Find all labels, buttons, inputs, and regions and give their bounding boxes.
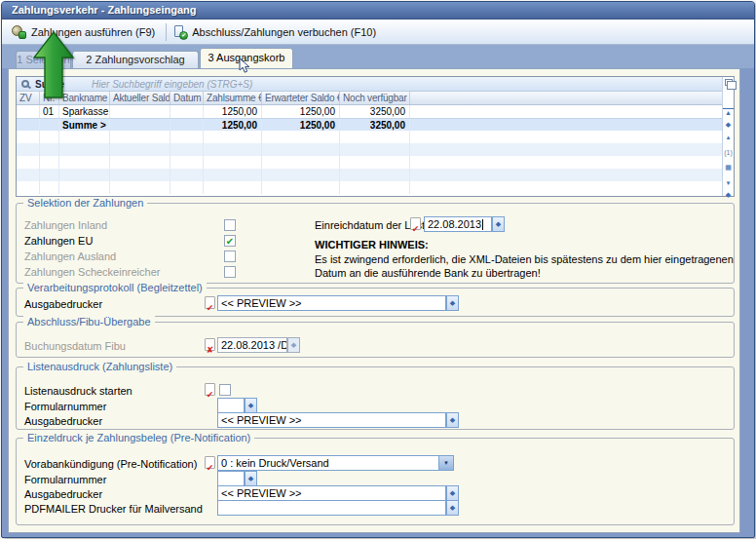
empty-row xyxy=(17,181,722,194)
verify-listenausdruck-icon[interactable]: ✔ xyxy=(205,383,215,396)
nav-fast-down-icon[interactable]: ◆ xyxy=(723,191,734,199)
section-verarbeitungsprotokoll-title: Verarbeitungsprotokoll (Begleitzettel) xyxy=(23,282,207,294)
column-header-filler xyxy=(410,92,722,104)
einreichdatum-spinner[interactable]: ◆ xyxy=(492,216,505,232)
einzel-ausgabedrucker-select[interactable]: << PREVIEW >> xyxy=(217,485,446,501)
section-selektion: Selektion der Zahlungen Zahlungen Inland… xyxy=(16,203,735,284)
column-header-noch-verfuegbar[interactable]: Noch verfügbar € xyxy=(340,92,410,104)
tab-zahlungsvorschlag[interactable]: 2 Zahlungsvorschlag xyxy=(72,51,199,68)
verify-vorabankuendigung-icon[interactable]: ✔ xyxy=(205,456,215,469)
row-zv-cell xyxy=(17,105,40,118)
checkbox-label-scheckeinreicher: Zahlungen Scheckeinreicher xyxy=(24,266,160,279)
verify-einreichdatum-icon[interactable]: ✔ xyxy=(410,217,421,230)
row-bankname-cell: Sparkasse xyxy=(59,105,110,118)
post-payments-button[interactable]: ✔ Abschluss/Zahlungen verbuchen (F10) xyxy=(170,23,383,40)
checkbox-label-ausland: Zahlungen Ausland xyxy=(24,250,116,263)
empty-row xyxy=(17,143,722,156)
column-chooser-icon[interactable] xyxy=(725,79,733,86)
summary-zahlsumme: 1250,00 xyxy=(204,119,262,131)
search-icon xyxy=(21,80,29,88)
summary-noch-verfuegbar: 3250,00 xyxy=(340,119,410,131)
checkbox-zahlungen-ausland[interactable] xyxy=(224,250,236,262)
text-caret xyxy=(482,219,483,230)
nav-record-count: (1) xyxy=(723,149,734,157)
nav-prev-icon[interactable]: ▴ xyxy=(723,134,734,141)
section-abschluss-fibu-title: Abschluss/Fibu-Übergabe xyxy=(23,316,155,328)
ausgabedrucker-label: Ausgabedrucker xyxy=(24,298,102,311)
nav-fast-up-icon[interactable]: ◆ xyxy=(723,121,734,129)
row-aktueller-saldo-cell xyxy=(110,105,170,118)
pdfmailer-spinner[interactable]: ◆ xyxy=(446,500,459,516)
buchungsdatum-label: Buchungsdatum Fibu xyxy=(24,340,126,353)
section-listenausdruck: Listenausdruck (Zahlungsliste) Listenaus… xyxy=(16,366,735,430)
checkbox-zahlungen-inland[interactable] xyxy=(224,219,236,231)
nav-first-icon[interactable]: ▲ xyxy=(723,108,734,117)
post-payments-label: Abschluss/Zahlungen verbuchen (F10) xyxy=(192,26,376,38)
formularnummer-input[interactable] xyxy=(217,398,245,413)
empty-row xyxy=(17,156,722,169)
buchungsdatum-input[interactable]: 22.08.2013 /Do xyxy=(217,337,287,353)
einreichdatum-input[interactable]: 22.08.2013 xyxy=(424,216,492,232)
formularnummer-spinner[interactable]: ◆ xyxy=(245,398,257,413)
einzel-ausgabedrucker-label: Ausgabedrucker xyxy=(24,488,102,501)
hinweis-line1: Es ist zwingend erforderlich, die XML-Da… xyxy=(315,253,734,266)
buchungsdatum-spinner[interactable]: ◆ xyxy=(287,337,300,353)
payments-grid: Suche Hier Suchbegriff eingeben (STRG+S)… xyxy=(16,76,735,197)
grid-search-input[interactable]: Suche Hier Suchbegriff eingeben (STRG+S) xyxy=(17,77,722,92)
chevron-down-icon[interactable]: ▼ xyxy=(438,456,453,470)
section-einzeldruck: Einzeldruck je Zahlungsbeleg (Pre-Notifi… xyxy=(16,438,735,525)
listenausdruck-starten-label: Listenausdruck starten xyxy=(24,385,132,398)
empty-row xyxy=(17,131,722,143)
verify-buchungsdatum-icon[interactable]: ✘ xyxy=(205,338,215,351)
grid-header-row: ZV Nr. Bankname Aktueller Saldo € Datum … xyxy=(17,92,722,105)
einzel-formularnummer-spinner[interactable]: ◆ xyxy=(245,471,257,486)
section-einzeldruck-title: Einzeldruck je Zahlungsbeleg (Pre-Notifi… xyxy=(23,432,254,444)
section-verarbeitungsprotokoll: Verarbeitungsprotokoll (Begleitzettel) A… xyxy=(16,288,735,317)
einzel-formularnummer-label: Formularnummer xyxy=(24,474,106,486)
column-header-datum[interactable]: Datum xyxy=(170,92,204,104)
empty-row xyxy=(17,169,722,181)
row-nr-cell: 01 xyxy=(40,105,59,118)
vorabankuendigung-label: Vorabankündigung (Pre-Notification) xyxy=(24,458,197,471)
execute-payments-button[interactable]: Zahlungen ausführen (F9) xyxy=(8,23,162,40)
section-selektion-title: Selektion der Zahlungen xyxy=(23,197,147,210)
checkbox-zahlungen-scheckeinreicher[interactable] xyxy=(224,266,236,278)
check-icon: ✔ xyxy=(226,236,234,247)
window-title: Zahlungsverkehr - Zahlungseingang xyxy=(2,2,755,19)
summary-erwarteter-saldo: 1250,00 xyxy=(262,119,340,131)
toolbar: Zahlungen ausführen (F9) ✔ Abschluss/Zah… xyxy=(2,19,755,45)
title-bar[interactable]: Zahlungsverkehr - Zahlungseingang xyxy=(2,2,755,19)
green-up-arrow xyxy=(33,31,75,99)
einzel-ausgabedrucker-spinner[interactable]: ◆ xyxy=(446,485,459,501)
column-header-zahlsumme[interactable]: Zahlsumme € xyxy=(204,92,262,104)
checkbox-label-eu: Zahlungen EU xyxy=(24,235,93,248)
vorabankuendigung-select[interactable]: 0 : kein Druck/Versand ▼ xyxy=(217,455,454,471)
checkbox-label-inland: Zahlungen Inland xyxy=(24,219,107,232)
nav-next-icon[interactable]: ▾ xyxy=(723,179,734,187)
summary-row: Summe > 1250,00 1250,00 3250,00 xyxy=(17,118,722,131)
toolbar-separator xyxy=(166,23,167,41)
column-header-aktueller-saldo[interactable]: Aktueller Saldo € xyxy=(110,92,170,104)
einzel-formularnummer-input[interactable] xyxy=(217,471,245,486)
mouse-cursor xyxy=(239,58,251,74)
checkbox-zahlungen-eu[interactable]: ✔ xyxy=(224,235,236,247)
row-erwarteter-saldo-cell: 1250,00 xyxy=(262,105,340,118)
checkbox-listenausdruck-starten[interactable] xyxy=(219,384,231,396)
listen-ausgabedrucker-label: Ausgabedrucker xyxy=(24,415,102,428)
table-row[interactable]: 01 Sparkasse 1250,00 1250,00 3250,00 xyxy=(17,105,722,118)
section-abschluss-fibu: Abschluss/Fibu-Übergabe Buchungsdatum Fi… xyxy=(16,322,735,358)
column-header-erwarteter-saldo[interactable]: Erwarteter Saldo € xyxy=(262,92,340,104)
app-window: Zahlungsverkehr - Zahlungseingang Zahlun… xyxy=(1,1,755,538)
row-zahlsumme-cell: 1250,00 xyxy=(204,105,262,118)
check-badge-icon: ✔ xyxy=(179,31,188,40)
search-placeholder: Hier Suchbegriff eingeben (STRG+S) xyxy=(92,79,252,90)
listen-ausgabedrucker-spinner[interactable]: ◆ xyxy=(446,412,459,428)
listen-ausgabedrucker-select[interactable]: << PREVIEW >> xyxy=(217,412,446,428)
hinweis-line2: Datum an die ausführende Bank zu übertra… xyxy=(315,267,541,280)
row-noch-verfuegbar-cell: 3250,00 xyxy=(340,105,410,118)
pdfmailer-select[interactable] xyxy=(217,500,446,516)
nav-grid-icon[interactable]: ▦ xyxy=(723,164,734,172)
ausgabedrucker-select[interactable]: << PREVIEW >> xyxy=(217,295,446,311)
verify-drucker-icon[interactable]: ✔ xyxy=(205,296,215,309)
ausgabedrucker-spinner[interactable]: ◆ xyxy=(446,295,459,311)
